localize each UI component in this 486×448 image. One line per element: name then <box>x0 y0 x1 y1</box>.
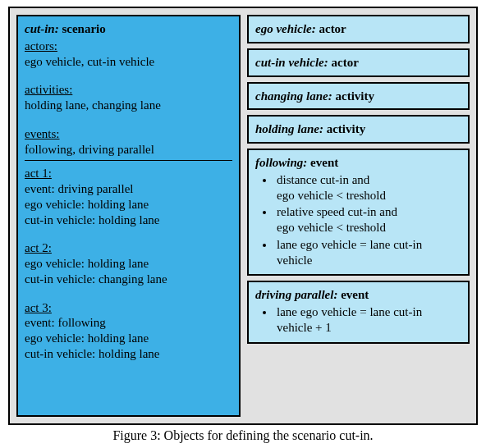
ego-vehicle-box: ego vehicle: actor <box>247 15 470 43</box>
ego-vehicle-key: ego vehicle: <box>255 22 316 35</box>
parallel-val: event <box>341 288 369 301</box>
activities-section: activities: holding lane, changing lane <box>25 82 232 113</box>
right-column: ego vehicle: actor cut-in vehicle: actor… <box>247 15 470 344</box>
scenario-title-val: scenario <box>62 22 105 35</box>
figure: cut-in: scenario actors: ego vehicle, cu… <box>0 0 486 448</box>
act1-line1: event: driving parallel <box>25 181 232 197</box>
act1-line3: cut-in vehicle: holding lane <box>25 213 232 228</box>
actors-values: ego vehicle, cut-in vehicle <box>25 54 232 70</box>
changing-lane-val: activity <box>336 89 374 103</box>
act3-line3: cut-in vehicle: holding lane <box>25 346 232 362</box>
changing-lane-key: changing lane: <box>255 89 332 103</box>
act2-line1: ego vehicle: holding lane <box>25 256 232 272</box>
divider <box>25 160 232 161</box>
cutin-vehicle-key: cut-in vehicle: <box>255 56 328 69</box>
following-bullets: distance cut-in and ego vehicle < tresho… <box>275 172 461 268</box>
figure-panel: cut-in: scenario actors: ego vehicle, cu… <box>8 7 478 425</box>
following-key: following: <box>255 156 307 169</box>
list-item: lane ego vehicle = lane cut-in vehicle <box>275 237 461 268</box>
list-item: lane ego vehicle = lane cut-in vehicle +… <box>275 304 461 336</box>
ego-vehicle-val: actor <box>319 22 346 35</box>
driving-parallel-event-box: driving parallel: event lane ego vehicle… <box>247 281 470 343</box>
scenario-title-key: cut-in: <box>25 22 59 35</box>
parallel-bullets: lane ego vehicle = lane cut-in vehicle +… <box>275 304 461 336</box>
events-values: following, driving parallel <box>25 142 232 158</box>
act2-section: act 2: ego vehicle: holding lane cut-in … <box>25 240 232 286</box>
act3-line1: event: following <box>25 315 232 331</box>
act3-heading: act 3: <box>25 300 232 316</box>
changing-lane-box: changing lane: activity <box>247 82 470 111</box>
actors-section: actors: ego vehicle, cut-in vehicle <box>25 39 232 70</box>
list-item: relative speed cut-in and ego vehicle < … <box>275 204 461 235</box>
act3-line2: ego vehicle: holding lane <box>25 331 232 346</box>
left-column: cut-in: scenario actors: ego vehicle, cu… <box>16 15 241 417</box>
activities-values: holding lane, changing lane <box>25 98 232 113</box>
activities-heading: activities: <box>25 82 232 98</box>
parallel-key: driving parallel: <box>255 288 337 301</box>
act2-heading: act 2: <box>25 240 232 256</box>
act3-section: act 3: event: following ego vehicle: hol… <box>25 300 232 362</box>
list-item: distance cut-in and ego vehicle < tresho… <box>275 172 461 203</box>
holding-lane-key: holding lane: <box>255 122 323 135</box>
cutin-vehicle-val: actor <box>331 56 358 69</box>
actors-heading: actors: <box>25 39 232 54</box>
scenario-box: cut-in: scenario actors: ego vehicle, cu… <box>16 15 241 417</box>
holding-lane-box: holding lane: activity <box>247 115 470 144</box>
act1-line2: ego vehicle: holding lane <box>25 197 232 213</box>
act1-section: act 1: event: driving parallel ego vehic… <box>25 166 232 227</box>
events-section: events: following, driving parallel <box>25 126 232 158</box>
cutin-vehicle-box: cut-in vehicle: actor <box>247 48 470 77</box>
scenario-title: cut-in: scenario <box>25 21 232 37</box>
following-event-box: following: event distance cut-in and ego… <box>247 149 470 276</box>
figure-caption: Figure 3: Objects for defining the scena… <box>8 428 478 443</box>
following-val: event <box>310 156 338 169</box>
act1-heading: act 1: <box>25 166 232 181</box>
act2-line2: cut-in vehicle: changing lane <box>25 272 232 287</box>
events-heading: events: <box>25 126 232 142</box>
holding-lane-val: activity <box>327 122 365 135</box>
